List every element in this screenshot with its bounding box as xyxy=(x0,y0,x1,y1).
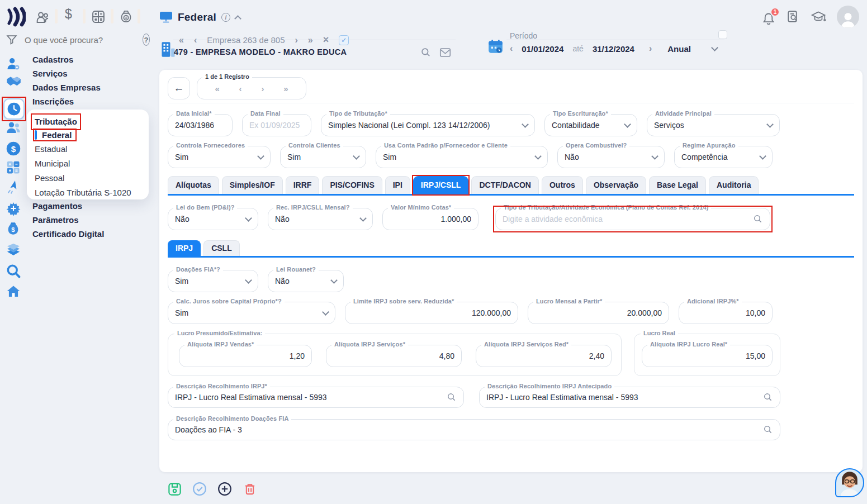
period-checkbox[interactable] xyxy=(718,30,727,39)
money-bag-icon[interactable] xyxy=(119,9,134,24)
regime-apuracao-select[interactable]: Regime Apuração Competência xyxy=(674,146,773,168)
envelope-icon[interactable] xyxy=(439,47,451,58)
last-record-button[interactable]: » xyxy=(283,84,288,93)
aliquota-servicos-red-field[interactable]: Alíquota IRPJ Serviços Red* 2,40 xyxy=(476,345,612,367)
save-button[interactable] xyxy=(166,481,183,497)
calculator-icon[interactable] xyxy=(91,9,106,25)
tab-aliquotas[interactable]: Alíquotas xyxy=(168,176,219,194)
tipo-escrituracao-select[interactable]: Tipo Escrituração* Contabilidade xyxy=(544,114,637,136)
user-gear-icon[interactable] xyxy=(6,56,21,72)
submenu-title-tributacao[interactable]: Tributação xyxy=(35,115,77,129)
aliquota-lucro-real-field[interactable]: Alíquota IRPJ Lucro Real* 15,00 xyxy=(642,345,773,367)
clock-icon[interactable] xyxy=(3,98,25,120)
users-icon[interactable] xyxy=(6,120,21,135)
help-icon[interactable]: ? xyxy=(143,34,150,46)
search-icon[interactable] xyxy=(753,214,763,224)
opera-combustivel-select[interactable]: Opera Combustível? Não xyxy=(557,146,665,168)
audit-log-icon[interactable] xyxy=(786,9,800,24)
tab-irrf[interactable]: IRRF xyxy=(286,176,320,194)
sidebar-item-dados-empresas[interactable]: Dados Empresas xyxy=(32,82,101,94)
support-chat-button[interactable] xyxy=(835,468,864,497)
tab-outros[interactable]: Outros xyxy=(542,176,583,194)
first-record-button[interactable]: « xyxy=(215,84,219,93)
info-icon[interactable]: i xyxy=(221,13,230,22)
rocket-icon[interactable] xyxy=(6,179,21,194)
desc-recolhimento-irpj-antecipado-field[interactable]: Descrição Recolhimento IRPJ Antecipado I… xyxy=(479,387,780,408)
atividade-economica-input[interactable] xyxy=(503,215,753,224)
aliquota-servicos-field[interactable]: Alíquota IRPJ Serviços* 4,80 xyxy=(326,345,462,367)
notifications-button[interactable]: 1 xyxy=(762,7,775,26)
sidebar-item-servicos[interactable]: Serviços xyxy=(32,68,68,80)
chevron-down-icon[interactable] xyxy=(711,44,718,51)
submenu-item-estadual[interactable]: Estadual xyxy=(35,142,141,156)
search-icon[interactable] xyxy=(763,425,773,435)
subtab-csll[interactable]: CSLL xyxy=(203,240,240,256)
sidebar-item-parametros[interactable]: Parâmetros xyxy=(32,214,79,226)
search-icon[interactable] xyxy=(447,392,457,402)
calendar-icon[interactable] xyxy=(488,39,503,54)
controla-fornecedores-select[interactable]: Controla Fornecedores Sim xyxy=(168,146,271,168)
next-record-button[interactable]: › xyxy=(261,84,264,93)
graduation-cap-icon[interactable] xyxy=(811,9,826,24)
tab-pis-cofins[interactable]: PIS/COFINS xyxy=(322,176,382,194)
sidebar-item-certificado[interactable]: Certificado Digital xyxy=(32,228,104,240)
aliquota-vendas-field[interactable]: Alíquota IRPJ Vendas* 1,20 xyxy=(179,345,312,367)
calculator-blue-icon[interactable] xyxy=(6,160,21,175)
delete-button[interactable] xyxy=(241,481,258,497)
people-icon[interactable] xyxy=(35,9,50,25)
prev-period-button[interactable]: ‹ xyxy=(510,44,513,54)
atividade-economica-search-field[interactable]: Tipo de Tributação/Atividade Econômica (… xyxy=(495,208,770,230)
desc-recolhimento-doacoes-field[interactable]: Descrição Recolhimento Doações FIA Doaçõ… xyxy=(168,419,780,440)
adicional-irpj-field[interactable]: Adicional IRPJ%* 10,00 xyxy=(679,302,773,324)
layers-icon[interactable] xyxy=(6,243,21,257)
data-final-input[interactable] xyxy=(249,121,304,130)
search-input[interactable] xyxy=(25,35,136,45)
tab-auditoria[interactable]: Auditoria xyxy=(709,176,759,194)
gear-icon[interactable] xyxy=(6,201,21,216)
app-logo-icon[interactable] xyxy=(7,7,26,27)
data-final-field[interactable]: Data Final xyxy=(242,114,311,136)
period-start-date[interactable]: 01/01/2024 xyxy=(522,44,563,54)
prev-record-button[interactable]: ‹ xyxy=(239,84,242,93)
chevron-up-icon[interactable] xyxy=(234,15,241,22)
tab-dctf-dacon[interactable]: DCTF/DACON xyxy=(471,176,539,194)
submenu-item-pessoal[interactable]: Pessoal xyxy=(35,171,141,186)
tab-ipi[interactable]: IPI xyxy=(385,176,410,194)
add-button[interactable] xyxy=(216,481,233,497)
valor-minimo-cotas-field[interactable]: Valor Mínimo Cotas* 1.000,00 xyxy=(382,208,478,230)
period-end-date[interactable]: 31/12/2024 xyxy=(593,44,634,54)
tab-simples-iof[interactable]: Simples/IOF xyxy=(222,176,283,194)
tab-irpj-csll[interactable]: IRPJ/CSLL xyxy=(413,176,469,194)
submenu-item-municipal[interactable]: Municipal xyxy=(35,156,141,171)
subtab-irpj[interactable]: IRPJ xyxy=(168,240,201,256)
period-mode-select[interactable]: Anual xyxy=(667,44,691,54)
sidebar-item-cadastros[interactable]: Cadastros xyxy=(32,54,73,66)
tab-observacao[interactable]: Observação xyxy=(586,176,646,194)
calc-juros-select[interactable]: Calc. Juros sobre Capital Próprio*? Sim xyxy=(168,302,335,324)
sidebar-item-pagamentos[interactable]: Pagamentos xyxy=(32,200,82,212)
dollar-icon[interactable]: $ xyxy=(65,7,72,22)
next-period-button[interactable]: › xyxy=(649,44,652,54)
home-icon[interactable] xyxy=(6,284,21,299)
limite-irpj-field[interactable]: Limite IRPJ sobre serv. Reduzida* 120.00… xyxy=(345,302,518,324)
controla-clientes-select[interactable]: Controla Clientes Sim xyxy=(280,146,366,168)
search-icon[interactable] xyxy=(763,392,773,402)
tab-base-legal[interactable]: Base Legal xyxy=(649,176,706,194)
lei-rouanet-select[interactable]: Lei Rouanet? Não xyxy=(268,270,344,292)
company-search-icon[interactable] xyxy=(420,47,432,58)
usa-conta-padrao-select[interactable]: Usa Conta Padrão p/Fornecedor e Cliente … xyxy=(376,146,548,168)
confirm-button[interactable] xyxy=(191,481,208,497)
tipo-tributacao-select[interactable]: Tipo de Tributação* Simples Nacional (Le… xyxy=(321,114,535,136)
lei-do-bem-select[interactable]: Lei do Bem (PD&I)? Não xyxy=(168,208,258,230)
rec-irpj-csll-select[interactable]: Rec. IRPJ/CSLL Mensal? Não xyxy=(268,208,373,230)
handshake-icon[interactable] xyxy=(6,74,21,88)
submenu-item-federal[interactable]: Federal xyxy=(35,130,72,140)
back-button[interactable]: ← xyxy=(168,77,190,99)
atividade-principal-select[interactable]: Atividade Principal Serviços xyxy=(647,114,780,136)
lucro-mensal-field[interactable]: Lucro Mensal a Partir* 20.000,00 xyxy=(528,302,669,324)
filter-icon[interactable] xyxy=(6,34,18,46)
user-avatar[interactable] xyxy=(837,6,859,28)
desc-recolhimento-irpj-field[interactable]: Descrição Recolhimento IRPJ* IRPJ - Lucr… xyxy=(168,387,464,408)
coin-icon[interactable]: $ xyxy=(6,141,21,156)
sidebar-item-inscricoes[interactable]: Inscrições xyxy=(32,96,74,108)
